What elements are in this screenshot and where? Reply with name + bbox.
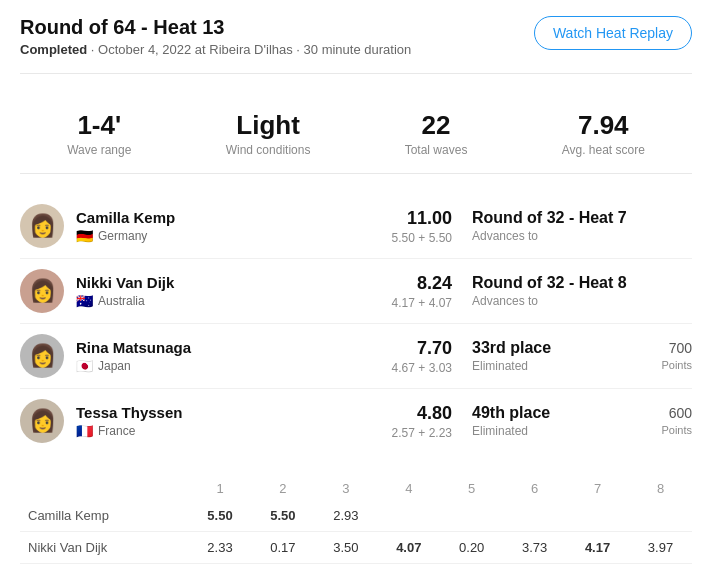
wave-scores-table: 12345678 Camilla Kemp5.505.502.93Nikki V…: [20, 477, 692, 571]
table-col-header: 3: [314, 477, 377, 500]
table-score-cell: [503, 500, 566, 532]
athlete-info: Camilla Kemp 🇩🇪 Germany: [76, 209, 392, 244]
stat-value: 22: [405, 110, 468, 141]
page-header: Round of 64 - Heat 13 Completed · Octobe…: [20, 16, 692, 74]
country-name: Australia: [98, 294, 145, 308]
stat-item: 22 Total waves: [405, 110, 468, 157]
table-score-cell: 4.07: [377, 532, 440, 564]
stat-value: 7.94: [562, 110, 645, 141]
table-col-header: 5: [440, 477, 503, 500]
score-section: 11.00 5.50 + 5.50: [392, 208, 452, 245]
table-score-cell: [566, 500, 629, 532]
sub-score: 5.50 + 5.50: [392, 231, 452, 245]
table-score-cell: [629, 564, 692, 572]
main-score: 8.24: [392, 273, 452, 294]
table-col-header: 2: [251, 477, 314, 500]
points: 700Points: [632, 340, 692, 372]
main-score: 11.00: [392, 208, 452, 229]
table-score-cell: 1.63: [440, 564, 503, 572]
athlete-name: Tessa Thyssen: [76, 404, 392, 421]
athlete-info: Tessa Thyssen 🇫🇷 France: [76, 404, 392, 439]
table-score-cell: 3.73: [503, 532, 566, 564]
athlete-name: Rina Matsunaga: [76, 339, 392, 356]
result-title: 33rd place: [472, 339, 632, 357]
result-section: Round of 32 - Heat 7 Advances to: [472, 209, 632, 243]
athlete-row: 👩 Nikki Van Dijk 🇦🇺 Australia 8.24 4.17 …: [20, 259, 692, 324]
athlete-info: Rina Matsunaga 🇯🇵 Japan: [76, 339, 392, 374]
table-row: Nikki Van Dijk2.330.173.504.070.203.734.…: [20, 532, 692, 564]
stat-item: Light Wind conditions: [226, 110, 311, 157]
table-score-cell: 0.20: [440, 532, 503, 564]
table-athlete-name: Camilla Kemp: [20, 500, 189, 532]
score-section: 8.24 4.17 + 4.07: [392, 273, 452, 310]
table-body: Camilla Kemp5.505.502.93Nikki Van Dijk2.…: [20, 500, 692, 571]
table-score-cell: 2.33: [189, 532, 252, 564]
stat-label: Wind conditions: [226, 143, 311, 157]
sub-score: 2.57 + 2.23: [392, 426, 452, 440]
table-score-cell: [440, 500, 503, 532]
athlete-row: 👩 Camilla Kemp 🇩🇪 Germany 11.00 5.50 + 5…: [20, 194, 692, 259]
stat-label: Wave range: [67, 143, 131, 157]
table-score-cell: 2.23: [251, 564, 314, 572]
score-section: 4.80 2.57 + 2.23: [392, 403, 452, 440]
result-subtitle: Eliminated: [472, 424, 632, 438]
table-header-row: 12345678: [20, 477, 692, 500]
header-date: · October 4, 2022 at Ribeira D'ilhas · 3…: [91, 42, 411, 57]
stat-label: Total waves: [405, 143, 468, 157]
score-section: 7.70 4.67 + 3.03: [392, 338, 452, 375]
athlete-country: 🇩🇪 Germany: [76, 228, 392, 244]
header-subtitle: Completed · October 4, 2022 at Ribeira D…: [20, 42, 411, 57]
stat-value: Light: [226, 110, 311, 141]
watch-replay-button[interactable]: Watch Heat Replay: [534, 16, 692, 50]
result-subtitle: Advances to: [472, 294, 632, 308]
table-col-header: 6: [503, 477, 566, 500]
athlete-row: 👩 Rina Matsunaga 🇯🇵 Japan 7.70 4.67 + 3.…: [20, 324, 692, 389]
table-score-cell: 3.03: [314, 564, 377, 572]
flag-icon: 🇩🇪: [76, 228, 93, 244]
athlete-country: 🇯🇵 Japan: [76, 358, 392, 374]
athletes-section: 👩 Camilla Kemp 🇩🇪 Germany 11.00 5.50 + 5…: [20, 194, 692, 453]
result-title: Round of 32 - Heat 7: [472, 209, 632, 227]
table-score-cell: 2.93: [314, 500, 377, 532]
header-info: Round of 64 - Heat 13 Completed · Octobe…: [20, 16, 411, 57]
sub-score: 4.67 + 3.03: [392, 361, 452, 375]
avatar: 👩: [20, 204, 64, 248]
table-col-header: 4: [377, 477, 440, 500]
result-section: 49th place Eliminated: [472, 404, 632, 438]
country-name: Japan: [98, 359, 131, 373]
athlete-name: Camilla Kemp: [76, 209, 392, 226]
table-score-cell: [566, 564, 629, 572]
result-section: 33rd place Eliminated: [472, 339, 632, 373]
flag-icon: 🇯🇵: [76, 358, 93, 374]
athlete-name: Nikki Van Dijk: [76, 274, 392, 291]
stat-item: 1-4' Wave range: [67, 110, 131, 157]
sub-score: 4.17 + 4.07: [392, 296, 452, 310]
flag-icon: 🇦🇺: [76, 293, 93, 309]
result-title: Round of 32 - Heat 8: [472, 274, 632, 292]
status-badge: Completed: [20, 42, 87, 57]
table-score-cell: 3.97: [629, 532, 692, 564]
points: 600Points: [632, 405, 692, 437]
table-score-cell: [377, 500, 440, 532]
result-subtitle: Advances to: [472, 229, 632, 243]
flag-icon: 🇫🇷: [76, 423, 93, 439]
table-col-header: 1: [189, 477, 252, 500]
table-col-header: [20, 477, 189, 500]
table-score-cell: [629, 500, 692, 532]
avatar: 👩: [20, 399, 64, 443]
country-name: France: [98, 424, 135, 438]
table-score-cell: 3.50: [314, 532, 377, 564]
table-score-cell: 4.67: [189, 564, 252, 572]
country-name: Germany: [98, 229, 147, 243]
stat-value: 1-4': [67, 110, 131, 141]
table-athlete-name: Nikki Van Dijk: [20, 532, 189, 564]
table-score-cell: 5.50: [251, 500, 314, 532]
athlete-row: 👩 Tessa Thyssen 🇫🇷 France 4.80 2.57 + 2.…: [20, 389, 692, 453]
stat-label: Avg. heat score: [562, 143, 645, 157]
table-col-header: 8: [629, 477, 692, 500]
athlete-info: Nikki Van Dijk 🇦🇺 Australia: [76, 274, 392, 309]
table-score-cell: 0.17: [251, 532, 314, 564]
avatar: 👩: [20, 334, 64, 378]
table-score-cell: [503, 564, 566, 572]
table-row: Rina Matsunaga4.672.233.030.501.63: [20, 564, 692, 572]
